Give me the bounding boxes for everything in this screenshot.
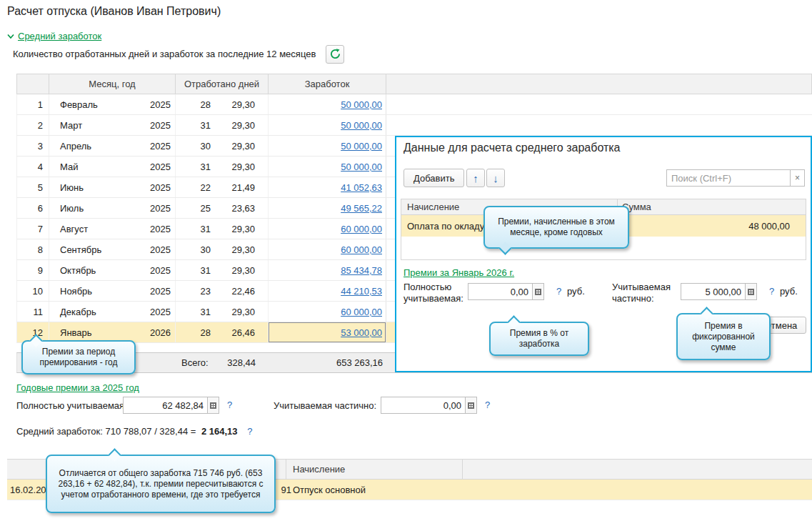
month-cell: Декабрь <box>49 302 136 322</box>
refresh-button[interactable] <box>326 45 344 64</box>
totals-label: Всего: <box>176 353 222 372</box>
clear-search-button[interactable]: × <box>791 169 805 187</box>
year-cell: 2025 <box>136 177 176 197</box>
column-divider <box>462 460 463 479</box>
callout-text: Премии за период премирования - год <box>30 347 127 368</box>
row-number-cell: 11 <box>17 302 49 322</box>
search-input[interactable] <box>666 169 791 187</box>
fully-counted-input[interactable] <box>468 283 532 300</box>
coeff-cell: 29,30 <box>222 136 269 156</box>
row-number-cell: 5 <box>17 177 49 197</box>
add-button[interactable]: Добавить <box>404 169 464 187</box>
coeff-cell: 29,30 <box>222 157 269 177</box>
earnings-cell-current: 53 000,00 <box>269 322 386 342</box>
fully-counted-field <box>468 283 544 300</box>
callout-monthly-premiums: Премии, начисленные в этом месяце, кроме… <box>483 206 629 249</box>
earnings-link[interactable]: 41 052,63 <box>341 182 382 193</box>
table-row[interactable]: 1 Февраль 2025 28 29,30 50 000,00 <box>16 94 812 115</box>
year-cell: 2025 <box>136 136 176 156</box>
earnings-link[interactable]: 50 000,00 <box>341 120 382 131</box>
coeff-cell: 29,30 <box>222 219 269 239</box>
average-earnings-text: Средний заработок: 710 788,07 / 328,44 = <box>16 426 196 437</box>
refresh-icon <box>330 49 341 59</box>
vacation-calculation-window: Расчет отпуска (Иванов Иван Петрович) Ср… <box>0 0 812 521</box>
year-cell: 2025 <box>136 115 176 135</box>
calculator-button[interactable] <box>532 283 544 300</box>
help-icon[interactable]: ? <box>556 286 561 297</box>
dialog-title: Данные для расчета среднего заработка <box>404 142 621 154</box>
earnings-cell: 49 565,22 <box>269 198 386 218</box>
partially-counted-field <box>681 283 757 300</box>
callout-text: Премии, начисленные в этом месяце, кроме… <box>492 217 621 238</box>
earnings-link[interactable]: 50 000,00 <box>341 162 382 172</box>
days-cell: 28 <box>176 94 222 114</box>
days-cell: 28 <box>176 322 222 342</box>
calculator-icon <box>748 289 754 295</box>
help-icon[interactable]: ? <box>247 426 252 437</box>
earnings-link[interactable]: 44 210,53 <box>341 286 382 297</box>
calculator-icon <box>535 289 541 295</box>
callout-text: Премия в % от заработка <box>498 328 581 349</box>
earnings-link[interactable]: 50 000,00 <box>341 99 382 110</box>
earnings-cell: 85 434,78 <box>269 260 386 280</box>
coeff-cell: 29,30 <box>222 239 269 259</box>
column-header-worked-days: Отработано дней <box>176 74 269 94</box>
month-cell: Июль <box>49 198 136 218</box>
year-cell: 2025 <box>136 281 176 301</box>
partially-counted-input[interactable] <box>681 283 745 300</box>
accrual-sum-cell: 48 000,00 <box>617 215 806 237</box>
help-icon[interactable]: ? <box>227 400 232 410</box>
currency-label: руб. <box>780 286 798 297</box>
month-cell: Октябрь <box>49 260 136 280</box>
annual-partial-label: Учитываемая частично: <box>274 400 376 411</box>
annual-fully-field <box>123 397 219 414</box>
move-up-button[interactable]: ↑ <box>466 169 485 187</box>
earnings-cell: 41 052,63 <box>269 177 386 197</box>
earnings-link[interactable]: 53 000,00 <box>341 327 382 338</box>
search-box: × <box>666 169 805 187</box>
earnings-link[interactable]: 49 565,22 <box>341 203 382 214</box>
earnings-link[interactable]: 60 000,00 <box>341 307 382 317</box>
annual-partial-input[interactable] <box>381 397 465 414</box>
table-row[interactable]: 2 Март 2025 31 29,30 50 000,00 <box>16 115 812 136</box>
calculator-button[interactable] <box>745 283 757 300</box>
column-header-number <box>17 74 49 94</box>
month-cell: Сентябрь <box>49 239 136 259</box>
partially-counted-label: Учитываемая частично: <box>612 282 681 304</box>
row-number-cell: 1 <box>17 94 49 114</box>
callout-tail <box>108 448 121 461</box>
earnings-link[interactable]: 60 000,00 <box>341 224 382 234</box>
help-icon[interactable]: ? <box>769 286 774 297</box>
callout-tail <box>700 307 713 319</box>
month-cell: Апрель <box>49 136 136 156</box>
coeff-cell: 29,30 <box>222 115 269 135</box>
annual-fully-label: Полностью учитываемая: <box>16 400 127 411</box>
row-number-cell: 6 <box>17 198 49 218</box>
callout-tail <box>507 315 520 328</box>
year-cell: 2025 <box>136 302 176 322</box>
year-cell: 2025 <box>136 198 176 218</box>
row-number-cell: 9 <box>17 260 49 280</box>
earnings-link[interactable]: 60 000,00 <box>341 244 382 255</box>
calculator-button[interactable] <box>207 397 219 414</box>
avg-earnings-group-toggle[interactable]: Средний заработок <box>7 31 101 41</box>
coeff-cell: 26,46 <box>222 322 269 342</box>
callout-fixed-premium: Премия в фиксированной сумме <box>676 313 771 360</box>
move-down-icon: ↓ <box>493 173 498 184</box>
calculator-icon <box>468 402 474 409</box>
help-icon[interactable]: ? <box>485 400 490 410</box>
coeff-cell: 29,30 <box>222 260 269 280</box>
earnings-link[interactable]: 85 434,78 <box>341 265 382 276</box>
row-number-cell: 10 <box>17 281 49 301</box>
annual-fully-input[interactable] <box>123 397 207 414</box>
earnings-cell: 60 000,00 <box>269 239 386 259</box>
row-number-cell: 4 <box>17 157 49 177</box>
annual-premiums-link[interactable]: Годовые премии за 2025 год <box>16 382 139 393</box>
coeff-cell: 21,49 <box>222 177 269 197</box>
earnings-link[interactable]: 50 000,00 <box>341 141 382 152</box>
days-cell: 23 <box>176 281 222 301</box>
monthly-premiums-link[interactable]: Премии за Январь 2026 г. <box>404 267 514 278</box>
move-down-button[interactable]: ↓ <box>486 169 505 187</box>
calculator-button[interactable] <box>465 397 477 414</box>
month-cell: Март <box>49 115 136 135</box>
